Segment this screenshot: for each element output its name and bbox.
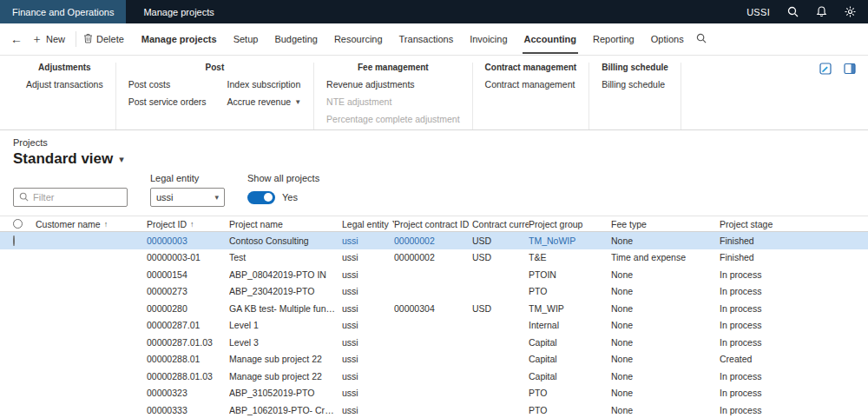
cell-project-id[interactable]: 00000288.01 — [147, 354, 229, 364]
personalize-icon[interactable] — [819, 63, 832, 78]
cell-legal-entity[interactable]: ussi — [342, 236, 394, 246]
cell-fee-type: None — [611, 320, 720, 330]
cell-project-name: Contoso Consulting — [229, 236, 342, 246]
cell-project-id[interactable]: 00000333 — [147, 405, 229, 415]
cell-project-name: ABP_23042019-PTO — [229, 286, 342, 296]
cell-project-stage: In process — [720, 388, 868, 398]
table-row[interactable]: 00000333 ABP_1062019-PTO- Created ussi P… — [0, 401, 868, 418]
row-select-radio[interactable] — [13, 236, 15, 246]
table-row[interactable]: 00000288.01.03 Manage sub project 22 uss… — [0, 368, 868, 385]
cell-legal-entity[interactable]: ussi — [342, 388, 394, 398]
filter-box[interactable] — [13, 188, 128, 207]
cell-legal-entity[interactable]: ussi — [342, 252, 394, 262]
tab-accounting[interactable]: Accounting — [523, 24, 579, 54]
cell-project-id[interactable]: 00000287.01 — [147, 320, 229, 330]
tab-setup[interactable]: Setup — [232, 24, 260, 54]
tab-options[interactable]: Options — [649, 24, 686, 54]
app-name[interactable]: Finance and Operations — [0, 0, 126, 23]
cell-project-id[interactable]: 00000154 — [147, 269, 229, 280]
cell-legal-entity[interactable]: ussi — [342, 320, 394, 330]
cell-project-id[interactable]: 00000323 — [147, 388, 229, 398]
new-button[interactable]: ＋ New — [31, 31, 65, 47]
cell-project-group: Capital — [529, 354, 611, 364]
gear-icon[interactable] — [845, 6, 856, 17]
table-row[interactable]: 00000287.01.03 Level 3 ussi Capital None… — [0, 334, 868, 351]
cell-legal-entity[interactable]: ussi — [342, 354, 394, 364]
accrue-revenue-button[interactable]: Accrue revenue▼ — [227, 96, 301, 107]
tab-reporting[interactable]: Reporting — [591, 24, 636, 54]
table-row[interactable]: 00000287.01 Level 1 ussi Internal None I… — [0, 317, 868, 335]
post-service-orders-button[interactable]: Post service orders — [128, 96, 207, 107]
col-project-id[interactable]: Project ID↑ — [147, 219, 229, 229]
tab-resourcing[interactable]: Resourcing — [332, 24, 385, 54]
filter-search-icon — [19, 189, 29, 205]
tab-transactions[interactable]: Transactions — [398, 24, 456, 54]
col-project-group[interactable]: Project group — [529, 219, 611, 229]
billing-schedule-button[interactable]: Billing schedule — [602, 79, 665, 90]
cell-project-id[interactable]: 00000003-01 — [147, 252, 229, 262]
legal-entity-combo[interactable]: ussi ▾ — [150, 188, 225, 207]
cell-project-contract-id[interactable]: 00000304 — [394, 303, 472, 314]
cell-project-id[interactable]: 00000280 — [147, 303, 229, 314]
tab-manage-projects[interactable]: Manage projects — [140, 24, 219, 54]
ribbon-group-fee-management: Fee management Revenue adjustments NTE a… — [314, 63, 473, 129]
cell-legal-entity[interactable]: ussi — [342, 269, 394, 280]
adjust-transactions-button[interactable]: Adjust transactions — [26, 79, 103, 90]
cell-project-name: ABP_31052019-PTO — [229, 388, 342, 398]
cell-project-name: ABP_1062019-PTO- Created — [229, 405, 342, 415]
view-chevron-down-icon[interactable]: ▾ — [119, 154, 124, 165]
back-button[interactable]: ← — [10, 32, 23, 46]
cell-project-id[interactable]: 00000273 — [147, 286, 229, 296]
table-row[interactable]: 00000288.01 Manage sub project 22 ussi C… — [0, 351, 868, 368]
cell-project-stage: Finished — [720, 236, 868, 246]
col-customer-name[interactable]: Customer name↑ — [36, 219, 147, 229]
search-icon[interactable] — [787, 6, 799, 17]
show-all-projects-toggle[interactable] — [247, 191, 275, 204]
col-fee-type[interactable]: Fee type — [611, 219, 720, 229]
index-subscription-button[interactable]: Index subscription — [227, 79, 301, 90]
table-row[interactable]: 00000003 Contoso Consulting ussi 0000000… — [0, 232, 868, 249]
col-legal-entity[interactable]: Legal entity — [342, 219, 394, 229]
grid-body: 00000003 Contoso Consulting ussi 0000000… — [0, 232, 868, 418]
revenue-adjustments-button[interactable]: Revenue adjustments — [326, 79, 460, 90]
cell-contract-currency: USD — [472, 252, 529, 262]
show-all-projects-label: Show all projects — [247, 173, 319, 183]
col-project-name[interactable]: Project name — [229, 219, 342, 229]
cell-project-id[interactable]: 00000003 — [147, 236, 229, 246]
table-row[interactable]: 00000154 ABP_08042019-PTO IN ussi PTOIN … — [0, 266, 868, 283]
cell-legal-entity[interactable]: ussi — [342, 286, 394, 296]
select-all-radio[interactable] — [13, 219, 23, 229]
cell-project-id[interactable]: 00000288.01.03 — [147, 371, 229, 382]
cell-legal-entity[interactable]: ussi — [342, 303, 394, 314]
tab-invoicing[interactable]: Invoicing — [468, 24, 509, 54]
tab-budgeting[interactable]: Budgeting — [273, 24, 319, 54]
post-costs-button[interactable]: Post costs — [128, 79, 207, 90]
table-row[interactable]: 00000273 ABP_23042019-PTO ussi PTO None … — [0, 283, 868, 301]
col-project-contract-id[interactable]: Project contract ID — [394, 219, 472, 229]
cell-legal-entity[interactable]: ussi — [342, 405, 394, 415]
filter-input[interactable] — [33, 192, 122, 202]
cell-legal-entity[interactable]: ussi — [342, 371, 394, 382]
col-project-stage[interactable]: Project stage — [720, 219, 868, 229]
col-contract-currency[interactable]: Contract curre... — [472, 219, 529, 229]
task-pane-icon[interactable] — [844, 63, 856, 78]
cell-legal-entity[interactable]: ussi — [342, 337, 394, 348]
table-row[interactable]: 00000003-01 Test ussi 00000002 USD T&E T… — [0, 249, 868, 267]
appbar-page-tab[interactable]: Manage projects — [126, 0, 231, 23]
cell-fee-type: None — [611, 337, 720, 348]
action-search-icon[interactable] — [696, 33, 707, 45]
company-selector[interactable]: USSI — [746, 7, 770, 17]
cell-contract-currency: USD — [472, 236, 529, 246]
contract-management-button[interactable]: Contract management — [485, 79, 575, 90]
cell-fee-type: None — [611, 388, 720, 398]
bell-icon[interactable] — [816, 6, 827, 17]
cell-project-contract-id[interactable]: 00000002 — [394, 252, 472, 262]
sort-asc-icon: ↑ — [104, 220, 108, 229]
table-row[interactable]: 00000280 GA KB test- Multiple fundsource… — [0, 300, 868, 317]
divider — [76, 31, 76, 47]
cell-project-contract-id[interactable]: 00000002 — [394, 236, 472, 246]
grid-header: Customer name↑ Project ID↑ Project name … — [0, 216, 868, 232]
cell-project-id[interactable]: 00000287.01.03 — [147, 337, 229, 348]
delete-button[interactable]: Delete — [83, 33, 124, 45]
table-row[interactable]: 00000323 ABP_31052019-PTO ussi PTO None … — [0, 385, 868, 402]
